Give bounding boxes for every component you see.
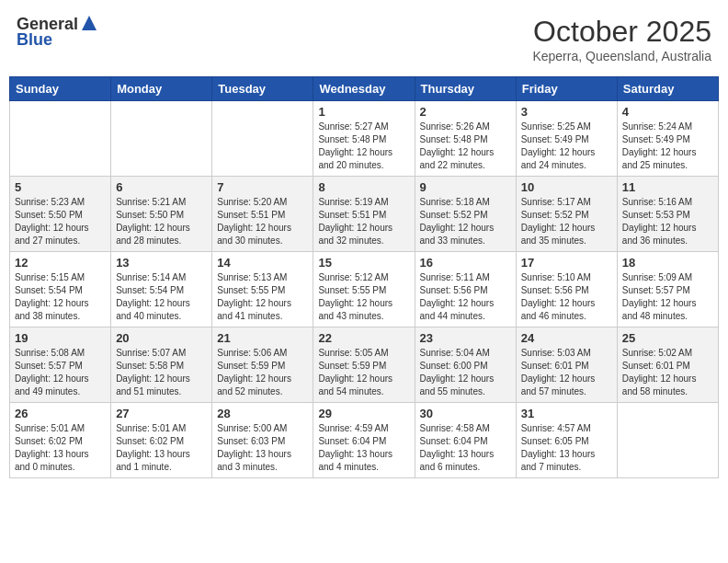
day-info: Sunrise: 5:06 AM Sunset: 5:59 PM Dayligh… [217, 347, 308, 398]
calendar-cell: 23Sunrise: 5:04 AM Sunset: 6:00 PM Dayli… [415, 327, 516, 403]
calendar-cell: 24Sunrise: 5:03 AM Sunset: 6:01 PM Dayli… [516, 327, 617, 403]
day-info: Sunrise: 5:03 AM Sunset: 6:01 PM Dayligh… [521, 347, 612, 398]
weekday-header-row: SundayMondayTuesdayWednesdayThursdayFrid… [10, 77, 719, 101]
calendar-cell: 18Sunrise: 5:09 AM Sunset: 5:57 PM Dayli… [617, 252, 718, 327]
calendar-cell: 12Sunrise: 5:15 AM Sunset: 5:54 PM Dayli… [10, 252, 111, 327]
calendar-cell: 30Sunrise: 4:58 AM Sunset: 6:04 PM Dayli… [415, 403, 516, 478]
day-info: Sunrise: 5:26 AM Sunset: 5:48 PM Dayligh… [420, 121, 511, 172]
weekday-header-wednesday: Wednesday [313, 77, 415, 101]
day-number: 16 [420, 256, 511, 270]
calendar-cell: 31Sunrise: 4:57 AM Sunset: 6:05 PM Dayli… [516, 403, 617, 478]
day-info: Sunrise: 5:02 AM Sunset: 6:01 PM Dayligh… [622, 347, 713, 398]
page-header: General Blue October 2025 Keperra, Queen… [9, 9, 719, 69]
calendar-cell [212, 101, 313, 177]
calendar-table: SundayMondayTuesdayWednesdayThursdayFrid… [9, 76, 719, 478]
calendar-cell: 16Sunrise: 5:11 AM Sunset: 5:56 PM Dayli… [415, 252, 516, 327]
day-number: 12 [15, 256, 106, 270]
day-info: Sunrise: 5:21 AM Sunset: 5:50 PM Dayligh… [116, 196, 207, 247]
day-number: 17 [521, 256, 612, 270]
calendar-cell: 14Sunrise: 5:13 AM Sunset: 5:55 PM Dayli… [212, 252, 313, 327]
calendar-cell: 17Sunrise: 5:10 AM Sunset: 5:56 PM Dayli… [516, 252, 617, 327]
calendar-cell: 5Sunrise: 5:23 AM Sunset: 5:50 PM Daylig… [10, 177, 111, 252]
calendar-cell: 28Sunrise: 5:00 AM Sunset: 6:03 PM Dayli… [212, 403, 313, 478]
weekday-header-saturday: Saturday [617, 77, 718, 101]
day-number: 13 [116, 256, 207, 270]
day-number: 2 [420, 105, 511, 119]
calendar-cell [111, 101, 212, 177]
day-info: Sunrise: 5:01 AM Sunset: 6:02 PM Dayligh… [116, 422, 207, 474]
day-info: Sunrise: 4:58 AM Sunset: 6:04 PM Dayligh… [420, 422, 511, 474]
weekday-header-monday: Monday [111, 77, 212, 101]
day-info: Sunrise: 5:10 AM Sunset: 5:56 PM Dayligh… [521, 271, 612, 323]
calendar-cell: 27Sunrise: 5:01 AM Sunset: 6:02 PM Dayli… [111, 403, 212, 478]
calendar-cell: 2Sunrise: 5:26 AM Sunset: 5:48 PM Daylig… [415, 101, 516, 177]
day-number: 21 [217, 331, 308, 345]
calendar-cell: 15Sunrise: 5:12 AM Sunset: 5:55 PM Dayli… [313, 252, 415, 327]
day-number: 29 [318, 407, 409, 420]
day-info: Sunrise: 4:59 AM Sunset: 6:04 PM Dayligh… [318, 422, 409, 474]
calendar-cell: 10Sunrise: 5:17 AM Sunset: 5:52 PM Dayli… [516, 177, 617, 252]
day-info: Sunrise: 5:17 AM Sunset: 5:52 PM Dayligh… [521, 196, 612, 247]
day-number: 8 [318, 180, 409, 194]
day-number: 25 [622, 331, 713, 345]
day-info: Sunrise: 5:24 AM Sunset: 5:49 PM Dayligh… [622, 121, 713, 172]
day-number: 26 [15, 407, 106, 420]
calendar-week-row: 1Sunrise: 5:27 AM Sunset: 5:48 PM Daylig… [10, 101, 719, 177]
weekday-header-thursday: Thursday [415, 77, 516, 101]
calendar-cell: 7Sunrise: 5:20 AM Sunset: 5:51 PM Daylig… [212, 177, 313, 252]
day-number: 31 [521, 407, 612, 420]
svg-marker-0 [82, 16, 97, 30]
day-number: 1 [318, 105, 409, 119]
day-number: 23 [420, 331, 511, 345]
day-number: 18 [622, 256, 713, 270]
month-title: October 2025 [532, 15, 711, 49]
day-number: 14 [217, 256, 308, 270]
day-number: 15 [318, 256, 409, 270]
day-info: Sunrise: 5:15 AM Sunset: 5:54 PM Dayligh… [15, 271, 106, 323]
day-info: Sunrise: 5:16 AM Sunset: 5:53 PM Dayligh… [622, 196, 713, 247]
day-info: Sunrise: 5:27 AM Sunset: 5:48 PM Dayligh… [318, 121, 409, 172]
weekday-header-tuesday: Tuesday [212, 77, 313, 101]
day-info: Sunrise: 5:09 AM Sunset: 5:57 PM Dayligh… [622, 271, 713, 323]
day-number: 6 [116, 180, 207, 194]
day-info: Sunrise: 5:19 AM Sunset: 5:51 PM Dayligh… [318, 196, 409, 247]
day-number: 5 [15, 180, 106, 194]
day-number: 3 [521, 105, 612, 119]
calendar-week-row: 5Sunrise: 5:23 AM Sunset: 5:50 PM Daylig… [10, 177, 719, 252]
calendar-cell: 26Sunrise: 5:01 AM Sunset: 6:02 PM Dayli… [10, 403, 111, 478]
calendar-cell [617, 403, 718, 478]
day-number: 7 [217, 180, 308, 194]
calendar-week-row: 26Sunrise: 5:01 AM Sunset: 6:02 PM Dayli… [10, 403, 719, 478]
day-info: Sunrise: 5:12 AM Sunset: 5:55 PM Dayligh… [318, 271, 409, 323]
location-subtitle: Keperra, Queensland, Australia [532, 49, 711, 63]
day-info: Sunrise: 5:25 AM Sunset: 5:49 PM Dayligh… [521, 121, 612, 172]
day-info: Sunrise: 5:08 AM Sunset: 5:57 PM Dayligh… [15, 347, 106, 398]
calendar-cell [10, 101, 111, 177]
calendar-cell: 13Sunrise: 5:14 AM Sunset: 5:54 PM Dayli… [111, 252, 212, 327]
day-number: 27 [116, 407, 207, 420]
day-number: 19 [15, 331, 106, 345]
day-info: Sunrise: 4:57 AM Sunset: 6:05 PM Dayligh… [521, 422, 612, 474]
calendar-cell: 22Sunrise: 5:05 AM Sunset: 5:59 PM Dayli… [313, 327, 415, 403]
day-info: Sunrise: 5:13 AM Sunset: 5:55 PM Dayligh… [217, 271, 308, 323]
calendar-cell: 11Sunrise: 5:16 AM Sunset: 5:53 PM Dayli… [617, 177, 718, 252]
day-number: 24 [521, 331, 612, 345]
day-number: 4 [622, 105, 713, 119]
calendar-cell: 20Sunrise: 5:07 AM Sunset: 5:58 PM Dayli… [111, 327, 212, 403]
logo-icon [80, 14, 98, 32]
weekday-header-sunday: Sunday [10, 77, 111, 101]
day-info: Sunrise: 5:14 AM Sunset: 5:54 PM Dayligh… [116, 271, 207, 323]
day-number: 22 [318, 331, 409, 345]
day-info: Sunrise: 5:11 AM Sunset: 5:56 PM Dayligh… [420, 271, 511, 323]
logo: General Blue [17, 15, 98, 50]
day-info: Sunrise: 5:18 AM Sunset: 5:52 PM Dayligh… [420, 196, 511, 247]
calendar-cell: 9Sunrise: 5:18 AM Sunset: 5:52 PM Daylig… [415, 177, 516, 252]
day-number: 30 [420, 407, 511, 420]
day-number: 9 [420, 180, 511, 194]
day-number: 10 [521, 180, 612, 194]
calendar-cell: 8Sunrise: 5:19 AM Sunset: 5:51 PM Daylig… [313, 177, 415, 252]
day-number: 20 [116, 331, 207, 345]
calendar-week-row: 12Sunrise: 5:15 AM Sunset: 5:54 PM Dayli… [10, 252, 719, 327]
calendar-cell: 4Sunrise: 5:24 AM Sunset: 5:49 PM Daylig… [617, 101, 718, 177]
day-number: 11 [622, 180, 713, 194]
